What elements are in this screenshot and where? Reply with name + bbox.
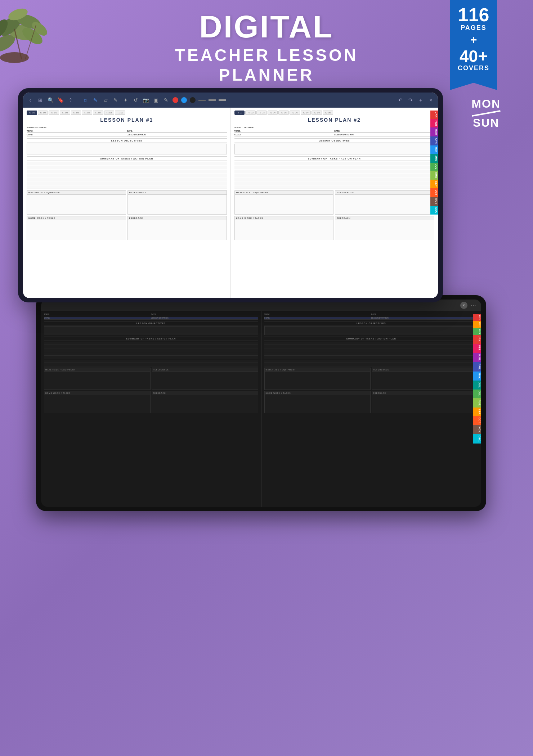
lesson-objectives-box-1[interactable] xyxy=(27,144,227,154)
red-color[interactable] xyxy=(173,97,178,103)
tab-t2d4[interactable]: T2-D4 xyxy=(268,111,278,115)
dark-homework-feedback-1: HOME WORK / TASKS FEEDBACK xyxy=(44,391,258,413)
lesson-objectives-box-2[interactable] xyxy=(234,144,435,154)
crop-icon[interactable]: ▣ xyxy=(152,96,160,104)
month-tab-light-mar[interactable]: MAR xyxy=(430,127,438,136)
references-content-1[interactable] xyxy=(127,195,227,215)
page-icon[interactable]: □ xyxy=(81,96,90,104)
blue-color[interactable] xyxy=(181,97,187,103)
month-tab-light-nov[interactable]: NOV xyxy=(430,197,438,206)
duration-field-1: LESSON DURATION: xyxy=(127,134,227,136)
month-tab-light-feb[interactable]: FEB xyxy=(430,119,438,128)
image-icon[interactable]: 📷 xyxy=(142,96,150,104)
dark-close-btn[interactable]: × xyxy=(460,302,467,309)
tab-t2d8[interactable]: T2-D8 xyxy=(312,111,322,115)
dark-references-content-2[interactable] xyxy=(372,372,478,390)
lasso-icon[interactable]: ↺ xyxy=(131,96,140,104)
tab-t1d1[interactable]: T1-D1 xyxy=(27,111,37,115)
month-tab-light-sep[interactable]: SEP xyxy=(430,180,438,188)
grid-icon[interactable]: ⊞ xyxy=(36,96,45,104)
month-tab-light-oct[interactable]: OCT xyxy=(430,188,438,197)
tab-t2d2[interactable]: T2-D2 xyxy=(245,111,256,115)
feedback-content-2[interactable] xyxy=(335,220,434,240)
month-tab-dark-sep[interactable]: SEP. xyxy=(473,408,481,416)
month-tab-dark-feb[interactable]: FEB. xyxy=(473,344,481,353)
color-icon[interactable]: ✎ xyxy=(162,96,170,104)
month-tab-light-jan[interactable]: JAN xyxy=(430,111,438,119)
tab-t2d9[interactable]: T2-D9 xyxy=(323,111,333,115)
tab-t1d7[interactable]: T1-D7 xyxy=(93,111,103,115)
month-tab-dark-dec[interactable]: DEC. xyxy=(473,434,481,444)
eraser-icon[interactable]: ▱ xyxy=(101,96,110,104)
tab-t2d1[interactable]: T2-D1 xyxy=(234,111,245,115)
dark-materials-header-1: MATERIALS / EQUIPMENT xyxy=(44,368,151,372)
dark-materials-content-1[interactable] xyxy=(44,372,151,390)
black-color[interactable] xyxy=(190,97,196,103)
dark-line-2g xyxy=(264,363,479,366)
month-tab-dark-oct[interactable]: OCT. xyxy=(473,416,481,425)
dark-feedback-content-1[interactable] xyxy=(152,395,258,413)
dark-references-content-1[interactable] xyxy=(152,372,258,390)
dark-materials-refs-1: MATERIALS / EQUIPMENT REFERENCES xyxy=(44,368,258,390)
tab-t1d8[interactable]: T1-D8 xyxy=(104,111,115,115)
dark-menu-btn[interactable]: ⋯ xyxy=(470,302,477,309)
tablet-dark-screen: × ⋯ TOPIC: DATE: GOAL: xyxy=(41,300,481,507)
feedback-content-1[interactable] xyxy=(127,220,227,240)
dark-lesson-objectives-box-1[interactable] xyxy=(44,326,258,335)
dark-lesson-objectives-box-2[interactable] xyxy=(264,326,479,335)
tab-t1d6[interactable]: T1-D6 xyxy=(82,111,92,115)
redo-icon[interactable]: ↷ xyxy=(406,96,415,104)
undo-icon[interactable]: ↶ xyxy=(396,96,405,104)
pen-icon[interactable]: ✎ xyxy=(91,96,100,104)
month-tab-dark-jun[interactable]: JUN. xyxy=(473,381,481,390)
goal-label-2: GOAL: xyxy=(234,134,241,136)
dark-homework-content-1[interactable] xyxy=(44,395,151,413)
month-tab-dark-may[interactable]: MAY. xyxy=(473,372,481,381)
tablet-dark: × ⋯ TOPIC: DATE: GOAL: xyxy=(36,295,486,511)
close-icon[interactable]: × xyxy=(426,96,435,104)
month-tab-light-jul[interactable]: JUL xyxy=(430,163,438,171)
homework-content-1[interactable] xyxy=(27,220,126,240)
month-tab-dark-mar[interactable]: MAR. xyxy=(473,353,481,363)
tab-t1d2[interactable]: T1-D2 xyxy=(38,111,48,115)
search-icon[interactable]: 🔍 xyxy=(46,96,55,104)
dark-homework-content-2[interactable] xyxy=(264,395,371,413)
month-tab-light-dec[interactable]: DEC xyxy=(430,206,438,215)
homework-content-2[interactable] xyxy=(234,220,334,240)
month-tab-dark-aug[interactable]: AUG. xyxy=(473,398,481,408)
tab-t1d4[interactable]: T1-D4 xyxy=(60,111,70,115)
month-tab-light-aug[interactable]: AUG xyxy=(430,171,438,180)
stroke-width-3[interactable] xyxy=(219,99,226,101)
references-content-2[interactable] xyxy=(335,195,434,215)
tab-t1d3[interactable]: T1-D3 xyxy=(49,111,59,115)
year-tab-dark-2022[interactable]: 2022 xyxy=(473,321,481,328)
month-tab-light-apr[interactable]: APR xyxy=(430,136,438,145)
dark-materials-content-2[interactable] xyxy=(264,372,371,390)
dark-feedback-content-2[interactable] xyxy=(372,395,478,413)
back-icon[interactable]: ‹ xyxy=(26,96,35,104)
tab-t1d5[interactable]: T1-D5 xyxy=(71,111,81,115)
pencil-icon[interactable]: ✎ xyxy=(111,96,120,104)
month-tab-light-jun[interactable]: JUN xyxy=(430,154,438,163)
tab-t2d5[interactable]: T2-D5 xyxy=(278,111,289,115)
tab-t1d9[interactable]: T1-D9 xyxy=(115,111,125,115)
materials-content-2[interactable] xyxy=(234,195,334,215)
materials-content-1[interactable] xyxy=(27,195,126,215)
month-tab-dark-jul[interactable]: JUL. xyxy=(473,390,481,398)
month-tab-light-may[interactable]: MAY xyxy=(430,145,438,154)
month-tab-dark-apr[interactable]: APR. xyxy=(473,362,481,372)
tab-t2d7[interactable]: T2-D7 xyxy=(301,111,311,115)
year-tab-dark-2023[interactable]: 2023 xyxy=(473,328,481,335)
bookmark-icon[interactable]: 🔖 xyxy=(56,96,65,104)
month-tab-dark-jan[interactable]: JAN. xyxy=(473,335,481,344)
stroke-width-1[interactable] xyxy=(198,100,206,101)
tab-t2d6[interactable]: T2-D6 xyxy=(290,111,300,115)
year-tab-dark-2021[interactable]: 2021 xyxy=(473,314,481,321)
stroke-width-2[interactable] xyxy=(209,99,216,101)
tab-t2d3[interactable]: T2-D3 xyxy=(256,111,267,115)
materials-refs-section-1: MATERIALS / EQUIPMENT REFERENCES xyxy=(27,190,227,215)
add-icon[interactable]: + xyxy=(416,96,425,104)
month-tab-dark-nov[interactable]: NOV. xyxy=(473,425,481,434)
shapes-icon[interactable]: ✦ xyxy=(121,96,130,104)
share-icon[interactable]: ⇧ xyxy=(66,96,75,104)
